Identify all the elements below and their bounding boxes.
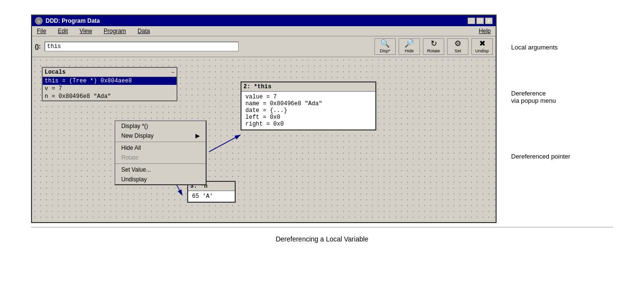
title-bar-buttons: _ □ ×	[467, 17, 493, 24]
this-row-left: left = 0x0	[245, 114, 371, 121]
menu-bar: File Edit View Program Data Help	[32, 26, 496, 36]
undisp-button[interactable]: ✖ Undisp	[471, 38, 493, 55]
menu-view[interactable]: View	[78, 27, 94, 35]
undisp-label: Undisp	[475, 48, 489, 53]
maximize-button[interactable]: □	[476, 17, 484, 24]
hide-label: Hide	[405, 48, 414, 53]
menu-rotate: Rotate	[115, 153, 206, 162]
this-row-date: date = {...}	[245, 107, 371, 114]
window-title: DDD: Program Data	[46, 17, 100, 24]
menu-display-star[interactable]: Display *()	[115, 121, 206, 131]
locals-widget: Locals ← this = (Tree *) 0x804aee8 v = 7…	[42, 67, 177, 101]
menu-set-value[interactable]: Set Value...	[115, 165, 206, 175]
annotation-deref: Dereference via popup menu	[511, 90, 570, 104]
this-row-right: right = 0x0	[245, 121, 371, 128]
menu-data[interactable]: Data	[136, 27, 152, 35]
hide-icon: 🔎	[404, 40, 414, 48]
locals-row-v[interactable]: v = 7	[43, 85, 177, 93]
window-area: ☼ DDD: Program Data _ □ × File Edit View…	[31, 15, 613, 223]
locals-scroll-arrow[interactable]: ←	[172, 70, 175, 75]
set-button[interactable]: ⚙ Set	[447, 38, 468, 55]
annotation-local-args: Local arguments	[511, 44, 570, 51]
context-menu: Display *() New Display ▶ Hide All Rotat…	[114, 120, 207, 185]
menu-hide-all[interactable]: Hide All	[115, 143, 206, 153]
locals-title: Locals ←	[43, 68, 177, 77]
undisp-icon: ✖	[479, 40, 485, 48]
disp-icon: 🔍	[380, 40, 390, 48]
toolbar: (): 🔍 Disp* 🔎 Hide ↻ Rotate	[32, 36, 496, 57]
rotate-label: Rotate	[427, 48, 440, 53]
menu-separator-1	[115, 142, 206, 142]
locals-row-n[interactable]: n = 0x80496e8 "Ada"	[43, 93, 177, 100]
display-n-content: 65 'A'	[188, 191, 235, 202]
title-bar-left: ☼ DDD: Program Data	[35, 17, 100, 25]
set-icon: ⚙	[454, 40, 461, 48]
annotation-deref-pointer: Dereferenced pointer	[511, 153, 570, 160]
disp-button[interactable]: 🔍 Disp*	[374, 38, 396, 55]
ddd-window: ☼ DDD: Program Data _ □ × File Edit View…	[31, 15, 497, 223]
annotations: Local arguments Dereference via popup me…	[511, 15, 570, 179]
bottom-divider	[31, 227, 613, 227]
menu-file[interactable]: File	[35, 27, 48, 35]
title-bar: ☼ DDD: Program Data _ □ ×	[32, 16, 496, 26]
disp-label: Disp*	[380, 48, 390, 53]
hide-button[interactable]: 🔎 Hide	[399, 38, 420, 55]
svg-line-1	[209, 135, 241, 152]
locals-row-this[interactable]: this = (Tree *) 0x804aee8	[43, 77, 177, 85]
n-row-value: 65 'A'	[192, 193, 231, 200]
submenu-arrow-icon: ▶	[195, 132, 200, 139]
display-box-this: 2: *this value = 7 name = 0x80496e8 "Ada…	[241, 81, 376, 130]
minimize-button[interactable]: _	[467, 17, 475, 24]
set-label: Set	[454, 48, 461, 53]
display-this-title: 2: *this	[242, 82, 375, 92]
this-row-value: value = 7	[245, 94, 371, 100]
locals-title-text: Locals	[45, 69, 65, 76]
display-this-content: value = 7 name = 0x80496e8 "Ada" date = …	[242, 92, 375, 129]
menu-bar-left: File Edit View Program Data	[35, 27, 152, 35]
menu-undisplay[interactable]: Undisplay	[115, 175, 206, 184]
this-row-name: name = 0x80496e8 "Ada"	[245, 100, 371, 107]
menu-new-display[interactable]: New Display ▶	[115, 131, 206, 141]
bottom-caption: Dereferencing a Local Variable	[0, 235, 644, 243]
page-wrapper: ☼ DDD: Program Data _ □ × File Edit View…	[0, 0, 644, 289]
rotate-icon: ↻	[431, 40, 437, 48]
menu-help[interactable]: Help	[477, 27, 493, 35]
menu-program[interactable]: Program	[102, 27, 128, 35]
toolbar-buttons: 🔍 Disp* 🔎 Hide ↻ Rotate ⚙ Set	[374, 38, 493, 55]
toolbar-label: ():	[35, 43, 41, 50]
search-input[interactable]	[45, 42, 239, 51]
rotate-button[interactable]: ↻ Rotate	[423, 38, 444, 55]
menu-edit[interactable]: Edit	[56, 27, 70, 35]
data-area: Locals ← this = (Tree *) 0x804aee8 v = 7…	[32, 57, 496, 222]
close-button[interactable]: ×	[485, 17, 493, 24]
ddd-icon: ☼	[35, 17, 43, 25]
menu-separator-2	[115, 163, 206, 164]
